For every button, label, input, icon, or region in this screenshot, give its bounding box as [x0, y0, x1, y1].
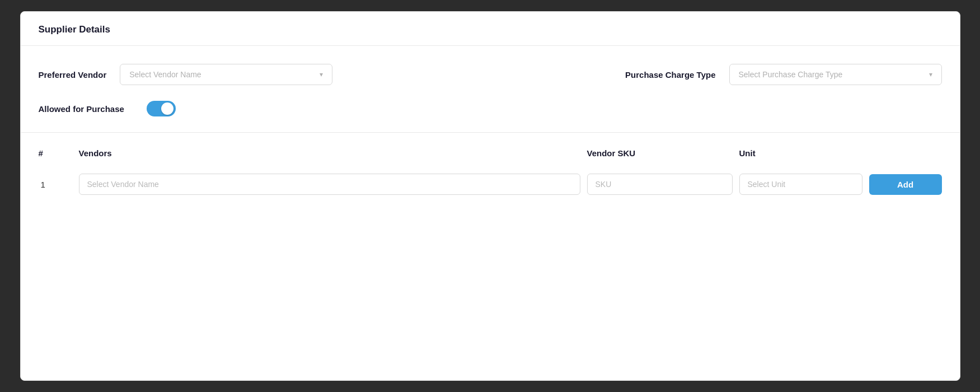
toggle-track	[147, 101, 176, 116]
purchase-charge-field: Purchase Charge Type Select Purchase Cha…	[625, 64, 941, 85]
chevron-down-icon-2: ▾	[929, 71, 932, 78]
preferred-vendor-placeholder: Select Vendor Name	[129, 70, 201, 79]
purchase-charge-type-placeholder: Select Purchase Charge Type	[739, 70, 843, 79]
purchase-charge-type-label: Purchase Charge Type	[625, 70, 715, 80]
preferred-vendor-dropdown[interactable]: Select Vendor Name ▾	[120, 64, 332, 85]
chevron-down-icon: ▾	[320, 71, 323, 78]
section-header: Supplier Details	[21, 12, 960, 46]
sku-input[interactable]	[587, 174, 733, 195]
supplier-details-card: Supplier Details Preferred Vendor Select…	[20, 11, 960, 381]
col-header-vendors: Vendors	[79, 148, 580, 158]
vendor-charge-row: Preferred Vendor Select Vendor Name ▾ Pu…	[39, 64, 942, 85]
add-button[interactable]: Add	[869, 174, 942, 195]
unit-input[interactable]	[739, 174, 862, 195]
allowed-for-purchase-toggle[interactable]	[147, 101, 176, 116]
purchase-charge-type-dropdown[interactable]: Select Purchase Charge Type ▾	[729, 64, 942, 85]
toggle-thumb	[161, 102, 174, 115]
col-header-number: #	[39, 148, 72, 158]
col-header-action	[869, 148, 942, 158]
preferred-vendor-field: Preferred Vendor Select Vendor Name ▾	[39, 64, 333, 85]
col-header-unit: Unit	[739, 148, 862, 158]
table-header: # Vendors Vendor SKU Unit	[39, 148, 942, 165]
allowed-for-purchase-row: Allowed for Purchase	[39, 101, 942, 116]
vendor-name-input[interactable]	[79, 174, 580, 195]
allowed-for-purchase-label: Allowed for Purchase	[39, 104, 124, 114]
col-header-vendor-sku: Vendor SKU	[587, 148, 733, 158]
vendor-table-section: # Vendors Vendor SKU Unit 1 Add	[21, 133, 960, 215]
form-section: Preferred Vendor Select Vendor Name ▾ Pu…	[21, 46, 960, 133]
row-number: 1	[39, 180, 72, 189]
section-title: Supplier Details	[39, 24, 110, 35]
toggle-wrapper	[147, 101, 176, 116]
preferred-vendor-label: Preferred Vendor	[39, 70, 107, 80]
table-row: 1 Add	[39, 174, 942, 195]
